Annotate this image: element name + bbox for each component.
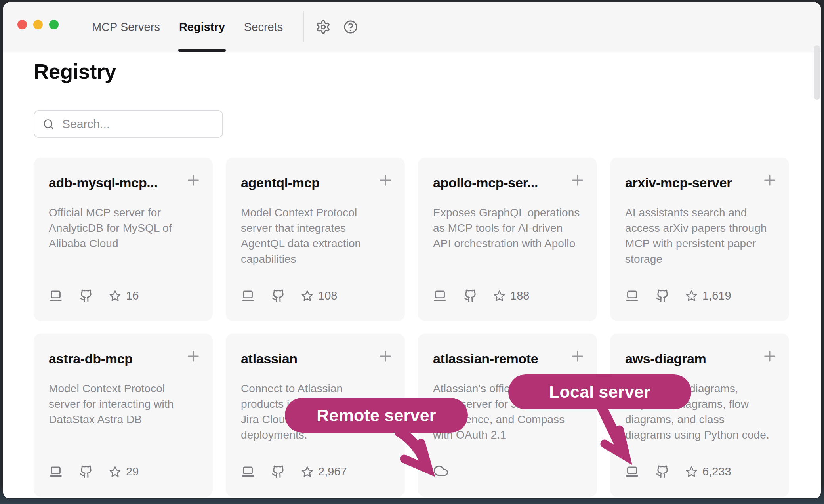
remote-server-callout: Remote server [285,398,468,433]
search-box[interactable] [34,110,223,138]
search-icon [42,118,55,130]
help-icon[interactable] [343,19,358,34]
server-name: astra-db-mcp [49,351,187,367]
tab-registry[interactable]: Registry [179,2,225,52]
github-icon[interactable] [656,289,670,303]
add-server-button[interactable] [185,172,202,189]
star-icon [685,290,698,302]
add-server-button[interactable] [761,172,778,189]
server-card-arxiv-mcp-server[interactable]: arxiv-mcp-server AI assistants search an… [610,158,789,321]
add-server-button[interactable] [569,348,586,365]
star-icon [493,290,505,302]
add-server-button[interactable] [185,348,202,365]
star-count: 188 [510,289,529,302]
cloud-icon [433,463,449,479]
server-name: aws-diagram [625,351,764,367]
scrollbar-thumb[interactable] [814,45,820,100]
tab-secrets[interactable]: Secrets [244,2,283,52]
server-meta: 29 [49,465,139,479]
add-server-button[interactable] [569,172,586,189]
github-icon[interactable] [656,465,670,479]
laptop-icon [49,465,63,479]
laptop-icon [625,465,639,479]
server-card-aws-diagram[interactable]: aws-diagram Create AWS diagrams, sequenc… [610,334,789,497]
close-button[interactable] [17,20,27,29]
server-meta: 2,967 [241,465,347,479]
server-card-agentql-mcp[interactable]: agentql-mcp Model Context Protocol serve… [226,158,405,321]
star-count: 108 [318,289,337,302]
add-server-button[interactable] [377,172,394,189]
laptop-icon [49,289,63,303]
star-count: 29 [126,465,139,478]
github-icon[interactable] [271,465,285,479]
server-meta: 1,619 [625,289,731,303]
star-icon [301,466,313,478]
toolbar-divider [303,11,304,42]
server-meta: 16 [49,289,139,303]
star-icon [109,290,121,302]
laptop-icon [241,465,255,479]
star-count: 1,619 [702,289,731,302]
search-input[interactable] [61,117,216,131]
server-name: agentql-mcp [241,175,380,191]
server-card-adb-mysql-mcp[interactable]: adb-mysql-mcp... Official MCP server for… [34,158,213,321]
server-grid: adb-mysql-mcp... Official MCP server for… [34,158,789,497]
server-card-astra-db-mcp[interactable]: astra-db-mcp Model Context Protocol serv… [34,334,213,497]
traffic-lights [17,20,59,29]
star-count: 16 [126,289,139,302]
star-count: 2,967 [318,465,347,478]
server-meta: 188 [433,289,529,303]
laptop-icon [241,289,255,303]
github-icon[interactable] [79,289,93,303]
laptop-icon [433,289,447,303]
local-server-callout: Local server [508,374,691,409]
laptop-icon [625,289,639,303]
server-meta: 108 [241,289,337,303]
minimize-button[interactable] [33,20,43,29]
server-description: Exposes GraphQL operations as MCP tools … [433,205,582,251]
page-title: Registry [34,59,116,84]
nav-tabs: MCP Servers Registry Secrets [92,2,283,52]
server-description: AI assistants search and access arXiv pa… [625,205,774,267]
server-description: Model Context Protocol server for intera… [49,381,198,427]
server-name: arxiv-mcp-server [625,175,764,191]
server-meta [433,463,449,479]
server-description: Official MCP server for AnalyticDB for M… [49,205,198,251]
server-card-apollo-mcp-server[interactable]: apollo-mcp-ser... Exposes GraphQL operat… [418,158,597,321]
star-icon [301,290,313,302]
titlebar: MCP Servers Registry Secrets [3,2,821,52]
add-server-button[interactable] [377,348,394,365]
zoom-button[interactable] [49,20,59,29]
server-name: atlassian [241,351,380,367]
tab-mcp-servers[interactable]: MCP Servers [92,2,160,52]
add-server-button[interactable] [761,348,778,365]
server-description: Model Context Protocol server that integ… [241,205,390,267]
server-name: adb-mysql-mcp... [49,175,187,191]
server-name: apollo-mcp-ser... [433,175,572,191]
github-icon[interactable] [464,289,477,303]
star-count: 6,233 [702,465,731,478]
app-window: MCP Servers Registry Secrets Registry ad… [3,2,821,498]
github-icon[interactable] [271,289,285,303]
server-meta: 6,233 [625,465,731,479]
star-icon [109,466,121,478]
server-name: atlassian-remote [433,351,572,367]
star-icon [685,466,698,478]
github-icon[interactable] [79,465,93,479]
settings-gear-icon[interactable] [316,19,331,34]
